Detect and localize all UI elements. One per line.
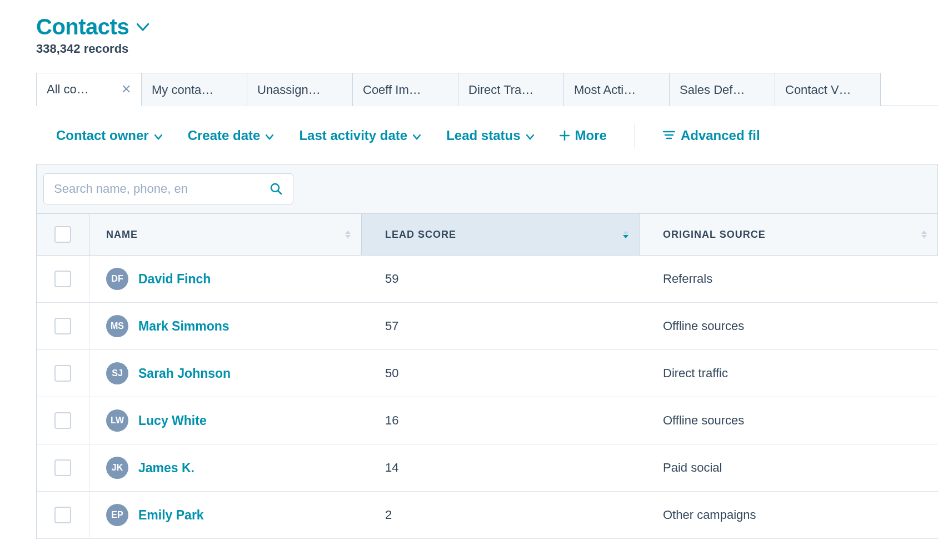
filter-label: Contact owner	[56, 128, 149, 143]
divider	[635, 123, 635, 148]
search-bar[interactable]	[43, 173, 293, 204]
caret-down-icon	[154, 128, 162, 143]
tab-label: Direct Tra…	[468, 83, 533, 97]
sort-icon	[345, 230, 351, 239]
avatar: DF	[106, 268, 128, 290]
contact-name-link[interactable]: Sarah Johnson	[138, 366, 231, 381]
tab-label: Most Acti…	[574, 83, 636, 97]
original-source-cell: Offline sources	[640, 303, 938, 349]
tab-label: Coeff Im…	[363, 83, 421, 97]
row-checkbox-cell	[37, 350, 89, 397]
select-all-checkbox[interactable]	[54, 226, 71, 243]
lead-score-cell: 14	[362, 444, 640, 491]
caret-down-icon	[266, 128, 273, 143]
filter-label: Create date	[188, 128, 261, 143]
row-checkbox[interactable]	[54, 507, 71, 523]
select-all-header	[37, 214, 89, 255]
view-tab[interactable]: Contact V…	[775, 73, 881, 106]
row-checkbox[interactable]	[54, 412, 71, 429]
search-icon	[270, 182, 283, 196]
row-checkbox[interactable]	[54, 318, 71, 334]
view-tab[interactable]: Coeff Im…	[353, 73, 458, 106]
page-header: Contacts 338,342 records	[36, 0, 938, 56]
table-row: MSMark Simmons57Offline sources	[37, 303, 938, 350]
avatar: EP	[106, 504, 128, 526]
view-tabs: All co…✕My conta…Unassign…Coeff Im…Direc…	[36, 73, 938, 106]
original-source-cell: Offline sources	[640, 397, 938, 444]
lead-score-cell: 50	[362, 350, 640, 397]
advanced-filters-button[interactable]: Advanced fil	[663, 128, 760, 143]
avatar: LW	[106, 409, 128, 432]
original-source-cell: Direct traffic	[640, 350, 938, 397]
sort-icon	[622, 230, 629, 239]
sort-icon	[921, 230, 927, 239]
search-bar-container	[36, 164, 938, 214]
column-label: NAME	[106, 229, 138, 241]
name-cell: DFDavid Finch	[89, 256, 362, 302]
name-cell: EPEmily Park	[89, 492, 362, 538]
table-row: JKJames K.14Paid social	[37, 444, 938, 492]
plus-icon	[560, 131, 570, 141]
name-cell: JKJames K.	[89, 444, 362, 491]
filter-create-date[interactable]: Create date	[188, 128, 274, 143]
view-tab[interactable]: Direct Tra…	[458, 73, 564, 106]
contact-name-link[interactable]: Lucy White	[138, 413, 207, 428]
view-tab[interactable]: Most Acti…	[564, 73, 670, 106]
column-header-original-source[interactable]: ORIGINAL SOURCE	[640, 214, 938, 255]
avatar: SJ	[106, 362, 128, 384]
avatar: JK	[106, 457, 128, 479]
filter-more[interactable]: More	[560, 128, 607, 143]
records-count: 338,342 records	[36, 42, 938, 56]
view-tab[interactable]: All co…✕	[36, 73, 142, 106]
filter-lines-icon	[663, 128, 675, 143]
row-checkbox[interactable]	[54, 459, 71, 476]
filter-lead-status[interactable]: Lead status	[446, 128, 533, 143]
table-header-row: NAME LEAD SCORE ORIGINAL SOURCE	[37, 214, 938, 256]
filter-label: Last activity date	[299, 128, 407, 143]
contact-name-link[interactable]: Emily Park	[138, 508, 204, 523]
name-cell: MSMark Simmons	[89, 303, 362, 349]
row-checkbox-cell	[37, 397, 89, 444]
tab-label: Contact V…	[785, 83, 851, 97]
tab-label: Sales Def…	[680, 83, 745, 97]
view-tab[interactable]: Unassign…	[247, 73, 353, 106]
tab-label: My conta…	[152, 83, 213, 97]
filter-label: Lead status	[446, 128, 520, 143]
filter-bar: Contact owner Create date Last activity …	[36, 106, 938, 164]
column-header-name[interactable]: NAME	[89, 214, 362, 255]
contacts-table: NAME LEAD SCORE ORIGINAL SOURCE	[36, 214, 938, 539]
search-input[interactable]	[54, 182, 270, 196]
filter-last-activity-date[interactable]: Last activity date	[299, 128, 421, 143]
view-tab[interactable]: My conta…	[142, 73, 247, 106]
lead-score-cell: 59	[362, 256, 640, 302]
close-icon[interactable]: ✕	[121, 83, 131, 96]
contact-name-link[interactable]: Mark Simmons	[138, 319, 229, 334]
filter-label: More	[575, 128, 607, 143]
avatar: MS	[106, 315, 128, 337]
column-label: LEAD SCORE	[385, 229, 456, 241]
page-title[interactable]: Contacts	[36, 14, 129, 39]
row-checkbox-cell	[37, 256, 89, 302]
caret-down-icon	[526, 128, 534, 143]
view-tab[interactable]: Sales Def…	[670, 73, 775, 106]
title-dropdown-icon[interactable]	[137, 23, 149, 31]
column-label: ORIGINAL SOURCE	[663, 229, 766, 241]
row-checkbox[interactable]	[54, 271, 71, 287]
lead-score-cell: 16	[362, 397, 640, 444]
contact-name-link[interactable]: David Finch	[138, 272, 211, 287]
name-cell: LWLucy White	[89, 397, 362, 444]
table-row: DFDavid Finch59Referrals	[37, 256, 938, 303]
original-source-cell: Other campaigns	[640, 492, 938, 538]
tab-label: Unassign…	[257, 83, 321, 97]
contact-name-link[interactable]: James K.	[138, 461, 194, 476]
original-source-cell: Paid social	[640, 444, 938, 491]
lead-score-cell: 2	[362, 492, 640, 538]
row-checkbox[interactable]	[54, 365, 71, 382]
table-row: SJSarah Johnson50Direct traffic	[37, 350, 938, 397]
lead-score-cell: 57	[362, 303, 640, 349]
filter-contact-owner[interactable]: Contact owner	[56, 128, 162, 143]
tab-label: All co…	[47, 82, 89, 97]
advanced-filters-label: Advanced fil	[681, 128, 760, 143]
column-header-lead-score[interactable]: LEAD SCORE	[362, 214, 640, 255]
caret-down-icon	[413, 128, 421, 143]
